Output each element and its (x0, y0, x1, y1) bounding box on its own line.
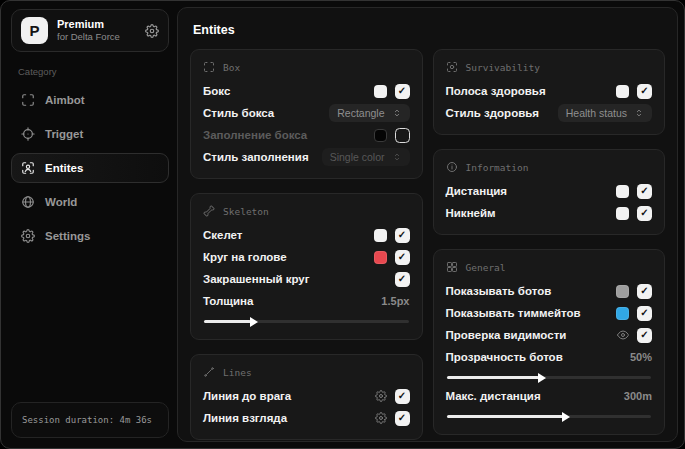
dropdown-value: Health status (566, 107, 627, 119)
sidebar-item-world[interactable]: World (11, 187, 169, 217)
color-swatch[interactable] (374, 85, 387, 98)
setting-row: Никнейм ✓ (446, 202, 653, 224)
setting-row: Макс. дистанция 300m (446, 385, 653, 407)
checkbox[interactable]: ✓ (395, 250, 410, 265)
setting-label: Скелет (203, 229, 243, 241)
sidebar-item-entites[interactable]: Entites (11, 153, 169, 183)
checkbox[interactable]: ✓ (395, 228, 410, 243)
card-title: Information (466, 162, 529, 173)
health-style-dropdown[interactable]: Health status (558, 104, 652, 122)
slider-value: 300m (624, 390, 652, 402)
checkbox[interactable]: ✓ (637, 184, 652, 199)
check-icon: ✓ (640, 186, 648, 196)
setting-label: Закрашенный круг (203, 273, 310, 285)
eye-icon[interactable] (617, 329, 629, 341)
check-icon: ✓ (398, 86, 406, 96)
sidebar-item-trigget[interactable]: Trigget (11, 119, 169, 149)
setting-label: Заполнение бокса (203, 129, 307, 141)
color-swatch[interactable] (616, 85, 629, 98)
color-swatch[interactable] (616, 285, 629, 298)
setting-label: Проверка видимости (446, 329, 567, 341)
check-icon: ✓ (640, 86, 648, 96)
setting-label: Дистанция (446, 185, 507, 197)
checkbox[interactable] (395, 128, 410, 143)
trigger-crosshair-icon (21, 127, 35, 141)
setting-row: Линия взгляда ✓ (203, 407, 410, 429)
card-title: Lines (223, 367, 252, 378)
world-globe-icon (21, 195, 35, 209)
general-card-header: General (446, 261, 653, 273)
sidebar-item-label: Entites (45, 162, 83, 174)
check-icon: ✓ (398, 274, 406, 284)
slider-value: 1.5px (381, 295, 409, 307)
checkbox[interactable]: ✓ (637, 284, 652, 299)
brand-card: P Premium for Delta Force (11, 9, 169, 52)
color-swatch[interactable] (616, 307, 629, 320)
checkbox[interactable]: ✓ (637, 84, 652, 99)
box-card: Box Бокс ✓ Стиль бокса Rectangle (190, 49, 423, 179)
card-title: General (466, 262, 506, 273)
setting-row: Заполнение бокса (203, 124, 410, 146)
checkbox[interactable]: ✓ (395, 411, 410, 426)
checkbox[interactable]: ✓ (395, 84, 410, 99)
checkbox[interactable]: ✓ (637, 306, 652, 321)
setting-row: Стиль заполнения Single color (203, 146, 410, 168)
max-distance-slider[interactable] (447, 415, 652, 418)
check-icon: ✓ (398, 230, 406, 240)
color-swatch[interactable] (616, 185, 629, 198)
checkbox[interactable]: ✓ (395, 272, 410, 287)
grid-icon (446, 261, 458, 273)
checkbox[interactable]: ✓ (395, 389, 410, 404)
settings-gear-icon (21, 229, 35, 243)
sidebar-item-aimbot[interactable]: Aimbot (11, 85, 169, 115)
lines-card-header: Lines (203, 366, 410, 378)
check-icon: ✓ (398, 391, 406, 401)
setting-label: Стиль заполнения (203, 151, 309, 163)
information-card-header: Information (446, 161, 653, 173)
app-window: P Premium for Delta Force Category Aimbo… (0, 0, 685, 449)
fill-style-dropdown[interactable]: Single color (322, 148, 410, 166)
setting-row: Линия до врага ✓ (203, 385, 410, 407)
color-swatch[interactable] (374, 229, 387, 242)
setting-row: Показывать ботов ✓ (446, 280, 653, 302)
dropdown-value: Single color (330, 151, 385, 163)
checkbox[interactable]: ✓ (637, 328, 652, 343)
setting-label: Показывать ботов (446, 285, 552, 297)
sidebar-item-label: Trigget (45, 128, 83, 140)
slider-thumb[interactable] (250, 317, 258, 327)
gear-icon[interactable] (375, 412, 387, 424)
setting-row: Проверка видимости ✓ (446, 324, 653, 346)
gear-icon[interactable] (375, 390, 387, 402)
color-swatch[interactable] (374, 251, 387, 264)
setting-row: Стиль здоровья Health status (446, 102, 653, 124)
box-style-dropdown[interactable]: Rectangle (329, 104, 409, 122)
brand-logo: P (21, 17, 48, 44)
setting-label: Круг на голове (203, 251, 287, 263)
category-label: Category (18, 66, 169, 77)
card-title: Survivability (466, 62, 540, 73)
setting-label: Линия до врага (203, 390, 291, 402)
bots-opacity-slider[interactable] (447, 376, 652, 379)
sidebar-item-label: Aimbot (45, 94, 85, 106)
slider-thumb[interactable] (538, 373, 546, 383)
setting-row: Дистанция ✓ (446, 180, 653, 202)
checkbox[interactable]: ✓ (637, 206, 652, 221)
slider-value: 50% (630, 351, 652, 363)
setting-label: Полоса здоровья (446, 85, 546, 97)
chevrons-up-down-icon (392, 108, 402, 118)
sidebar-item-label: World (45, 196, 77, 208)
settings-gear-icon[interactable] (145, 24, 159, 38)
slider-thumb[interactable] (562, 412, 570, 422)
sidebar-item-settings[interactable]: Settings (11, 221, 169, 251)
thickness-slider[interactable] (204, 320, 409, 323)
info-icon (446, 161, 458, 173)
right-column: Survivability Полоса здоровья ✓ Стиль зд… (433, 49, 666, 435)
color-swatch[interactable] (374, 129, 387, 142)
brand-subtitle: for Delta Force (57, 31, 120, 43)
box-card-header: Box (203, 61, 410, 73)
main-panel: Entites Box Бокс ✓ (177, 7, 678, 442)
aimbot-scan-icon (21, 93, 35, 107)
session-duration: Session duration: 4m 36s (11, 402, 169, 438)
setting-label: Толщина (203, 295, 253, 307)
color-swatch[interactable] (616, 207, 629, 220)
